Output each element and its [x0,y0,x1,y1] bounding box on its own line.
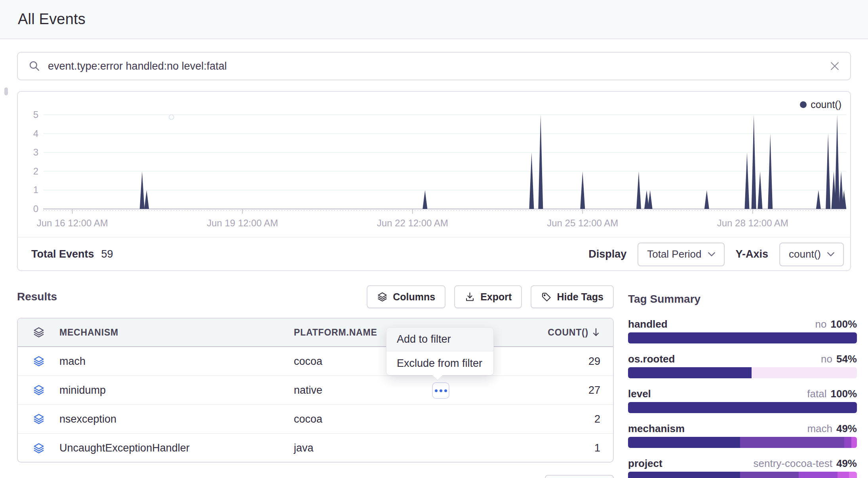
search-bar[interactable] [17,52,851,80]
tag-distribution-bar[interactable] [628,367,857,378]
tag-icon [541,292,552,302]
chart-spike[interactable] [423,190,427,209]
tag-bar-segment[interactable] [851,437,857,448]
table-row[interactable]: UncaughtExceptionHandlerjava1 [18,434,613,463]
svg-text:2: 2 [33,166,38,176]
tag-entry-mechanism: mechanismmach49% [628,423,857,448]
events-chart-card: count() 012345Jun 16 12:00 AMJun 19 12:0… [17,91,851,271]
tag-top-value: no [815,318,827,330]
tag-bar-segment[interactable] [849,472,857,478]
total-events-label: Total Events [31,248,94,260]
chart-footer: Total Events 59 Display Total Period Y-A… [18,237,850,271]
tag-distribution-bar[interactable] [628,437,857,448]
menu-item-add-to-filter[interactable]: Add to filter [386,328,493,351]
panel-drag-handle[interactable] [4,87,8,95]
tag-entry-os-rooted: os.rootedno54% [628,353,857,378]
chart-spike[interactable] [704,190,709,209]
tag-bar-segment[interactable] [628,332,857,343]
chart-legend[interactable]: count() [800,99,841,110]
chart-spike[interactable] [529,152,534,209]
chevron-down-icon [827,252,834,256]
chart-spike[interactable] [816,190,821,209]
svg-text:Jun 28 12:00 AM: Jun 28 12:00 AM [717,218,788,228]
cell-mechanism[interactable]: mach [59,355,294,368]
chart-spike[interactable] [752,115,756,209]
table-row[interactable]: nsexceptioncocoa2 [18,405,613,434]
tag-name: handled [628,318,668,330]
layers-icon [377,292,388,302]
count-header-label: COUNT() [548,327,588,338]
tag-top-percent: 54% [836,353,857,365]
tag-bar-segment[interactable] [799,472,838,478]
tag-bar-segment[interactable] [752,367,857,378]
tag-top-value: fatal [807,388,826,400]
chart-spike[interactable] [538,115,543,209]
tag-bar-segment[interactable] [628,367,752,378]
svg-text:4: 4 [33,128,38,139]
tag-bar-segment[interactable] [628,437,740,448]
tag-bar-segment[interactable] [628,402,857,413]
layers-icon [33,355,45,367]
tag-distribution-bar[interactable] [628,402,857,413]
sort-desc-arrow-icon [592,328,600,337]
layers-icon [33,384,45,396]
columns-button-label: Columns [393,291,435,303]
tag-bar-segment[interactable] [628,472,740,478]
chevron-down-icon [708,252,715,256]
tag-top-percent: 100% [831,318,857,330]
table-row[interactable]: machcocoa29 [18,347,613,376]
cell-count[interactable]: 27 [460,384,613,396]
hide-tags-button-label: Hide Tags [557,291,603,303]
yaxis-label: Y-Axis [736,248,769,260]
cell-platform-name[interactable]: java [294,442,460,454]
results-table-body: machcocoa29minidumpnative27nsexceptionco… [18,347,613,463]
events-chart[interactable]: 012345Jun 16 12:00 AMJun 19 12:00 AMJun … [18,92,852,237]
tag-name: os.rooted [628,353,675,365]
tag-entry-handled: handledno100% [628,318,857,343]
header-icon-cell [18,326,59,338]
tag-bar-segment[interactable] [844,437,851,448]
table-row[interactable]: minidumpnative27 [18,376,613,405]
display-dropdown[interactable]: Total Period [638,243,724,266]
tag-distribution-bar[interactable] [628,332,857,343]
hide-tags-button[interactable]: Hide Tags [531,285,614,308]
tag-top-percent: 49% [836,457,857,470]
cell-platform-name[interactable]: cocoa [294,413,460,425]
cell-actions-button[interactable] [432,382,449,399]
close-icon[interactable] [829,60,841,72]
results-header: Results Columns Export [17,284,614,310]
column-header-mechanism[interactable]: MECHANISM [59,327,294,338]
columns-button[interactable]: Columns [367,285,445,308]
cell-mechanism[interactable]: UncaughtExceptionHandler [59,442,294,454]
yaxis-dropdown-value: count() [789,248,821,260]
page-title: All Events [18,11,86,28]
svg-text:Jun 25 12:00 AM: Jun 25 12:00 AM [547,218,618,228]
tag-name: mechanism [628,423,685,435]
cell-mechanism[interactable]: minidump [59,384,294,396]
menu-item-exclude-from-filter[interactable]: Exclude from filter [386,351,493,375]
tag-bar-segment[interactable] [838,472,849,478]
tag-entry-level: levelfatal100% [628,388,857,413]
search-input[interactable] [48,60,829,72]
chart-spike[interactable] [144,190,149,209]
cell-count[interactable]: 1 [460,442,613,454]
cell-mechanism[interactable]: nsexception [59,413,294,425]
layers-icon [33,413,45,425]
tag-top-percent: 100% [831,388,857,400]
export-button-label: Export [480,291,512,303]
tag-name: project [628,457,662,470]
tag-bar-segment[interactable] [740,437,844,448]
tag-distribution-bar[interactable] [628,472,857,478]
search-icon [28,60,41,72]
chart-spike[interactable] [648,190,653,209]
tag-bar-segment[interactable] [740,472,798,478]
yaxis-dropdown[interactable]: count() [779,243,844,266]
tag-top-value: mach [807,423,832,435]
svg-text:3: 3 [33,147,38,157]
tag-top-value: sentry-cocoa-test [754,457,832,470]
chart-spike[interactable] [835,115,839,209]
pagination-button[interactable] [545,475,614,478]
cell-count[interactable]: 2 [460,413,613,425]
export-button[interactable]: Export [454,285,522,308]
chart-spike[interactable] [744,152,749,209]
